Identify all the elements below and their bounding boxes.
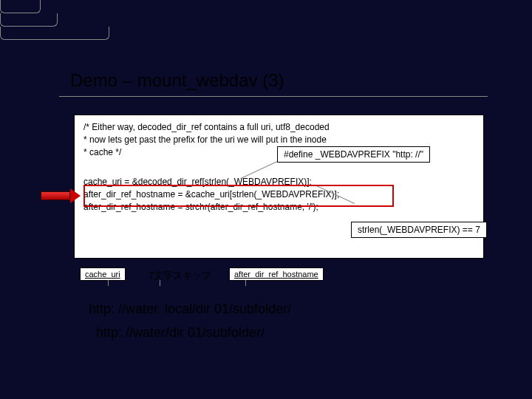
comment-line: * now lets get past the prefix for the u… (83, 134, 474, 146)
label-cache-uri: cache_uri (80, 267, 126, 281)
url-example-1: http: //water. local/dir 01/subfolder/ (89, 301, 291, 317)
bracket-connector (245, 280, 246, 286)
callout-define: #define _WEBDAVPREFIX "http: //" (277, 146, 430, 163)
bracket-after (0, 27, 109, 40)
label-skip-chars: 7文字スキップ (144, 267, 216, 284)
callout-strlen: strlen(_WEBDAVPREFIX) == 7 (351, 222, 487, 238)
slide-title: Demo – mount_webdav (3) (70, 70, 284, 91)
bracket-connector (160, 280, 160, 286)
code-line: after_dir_ref_hostname = &cache_uri[strl… (83, 188, 474, 201)
bracket-connector (108, 280, 109, 286)
bracket-skip (0, 13, 58, 27)
code-lines: cache_uri = &decoded_dir_ref[strlen(_WEB… (83, 176, 474, 213)
arrow-indicator (41, 188, 78, 203)
url-example-2: http: //water/dir 01/subfolder/ (96, 325, 265, 341)
comment-line: /* Either way, decoded_dir_ref contains … (83, 121, 474, 134)
code-line: cache_uri = &decoded_dir_ref[strlen(_WEB… (83, 176, 474, 188)
bracket-cache-uri (0, 0, 41, 13)
label-after-hostname: after_dir_ref_hostname (229, 267, 324, 281)
code-line: after_dir_ref_hostname = strchr(after_di… (83, 201, 474, 214)
title-underline (59, 96, 488, 97)
